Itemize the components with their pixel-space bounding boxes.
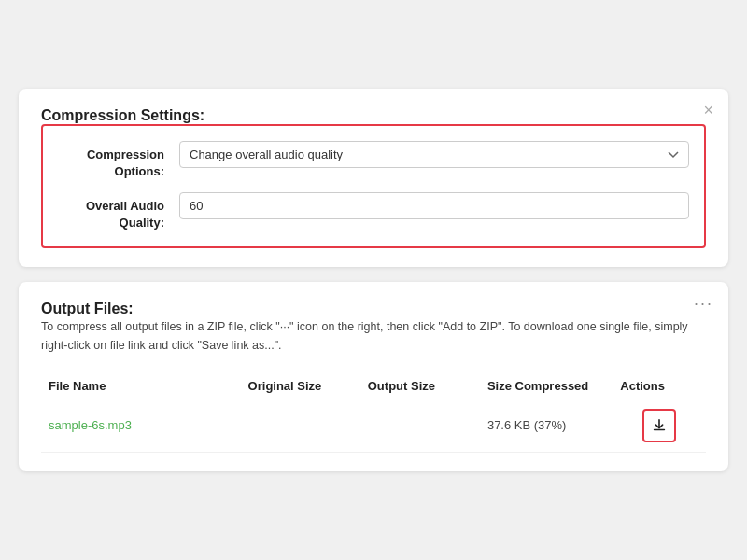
compression-settings-card: Compression Settings: × CompressionOptio… [19, 89, 728, 267]
download-button[interactable] [642, 409, 676, 442]
col-header-size-compressed: Size Compressed [480, 373, 613, 399]
cell-size-compressed: 37.6 KB (37%) [480, 399, 613, 452]
output-files-table: File Name Original Size Output Size Size… [41, 373, 706, 453]
page-container: Compression Settings: × CompressionOptio… [19, 89, 728, 471]
col-header-filename: File Name [41, 373, 241, 399]
compression-options-select[interactable]: Change overall audio quality Change bitr… [179, 141, 689, 168]
output-files-title: Output Files: [41, 301, 134, 316]
compression-options-label: CompressionOptions: [58, 141, 179, 180]
overall-quality-input[interactable] [179, 192, 689, 219]
col-header-actions: Actions [613, 373, 706, 399]
quality-input-wrapper [179, 192, 689, 219]
table-header-row: File Name Original Size Output Size Size… [41, 373, 706, 399]
compression-settings-title: Compression Settings: [41, 107, 204, 123]
compression-options-row: CompressionOptions: Change overall audio… [58, 141, 689, 180]
close-button[interactable]: × [703, 102, 713, 119]
cell-actions [613, 399, 706, 452]
table-header: File Name Original Size Output Size Size… [41, 373, 706, 399]
compression-options-section: CompressionOptions: Change overall audio… [41, 124, 706, 248]
compression-select-wrapper: Change overall audio quality Change bitr… [179, 141, 689, 168]
file-link[interactable]: sample-6s.mp3 [49, 418, 132, 432]
overall-quality-label: Overall AudioQuality: [58, 192, 179, 231]
col-header-original-size: Original Size [241, 373, 360, 399]
overall-quality-row: Overall AudioQuality: [58, 192, 689, 231]
output-files-card: Output Files: ··· To compress all output… [19, 282, 728, 471]
cell-output-size [360, 399, 480, 452]
cell-filename: sample-6s.mp3 [41, 399, 241, 452]
col-header-output-size: Output Size [360, 373, 480, 399]
output-description: To compress all output files in a ZIP fi… [41, 317, 706, 355]
table-row: sample-6s.mp3 37.6 KB (37%) [41, 399, 706, 452]
cell-original-size [241, 399, 360, 452]
download-icon [651, 417, 668, 434]
dots-menu-button[interactable]: ··· [694, 295, 713, 312]
table-body: sample-6s.mp3 37.6 KB (37%) [41, 399, 706, 452]
